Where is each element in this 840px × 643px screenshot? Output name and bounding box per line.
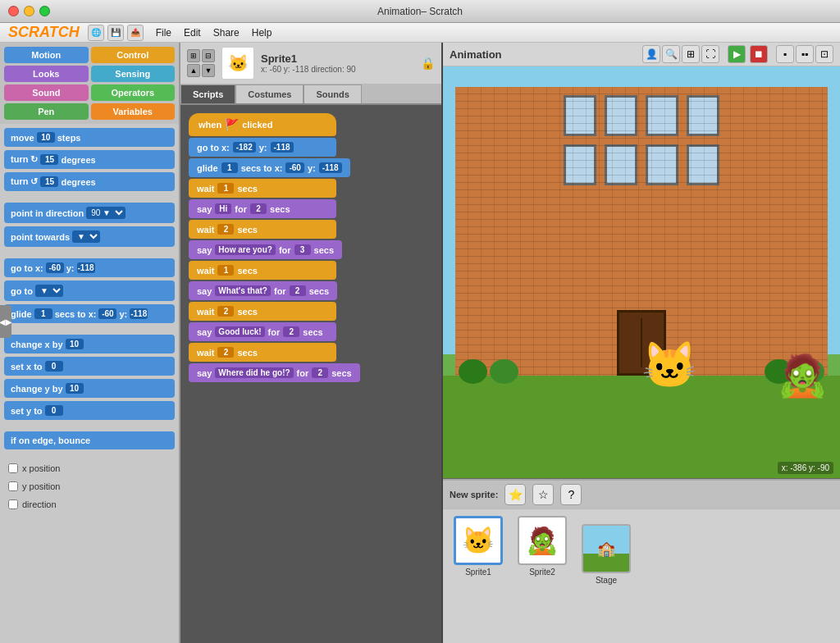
block-change-x-input[interactable] [66,339,84,349]
menu-file[interactable]: File [156,27,171,39]
stage-item[interactable]: 🏫 Stage [578,524,635,585]
sprite-ctrl-down[interactable]: ▼ [202,64,215,77]
script-block-say-luck[interactable]: say Good luck! for 2 secs [189,322,336,341]
x-position-checkbox[interactable] [8,463,18,473]
block-bounce[interactable]: if on edge, bounce [4,431,175,449]
block-glide-x-input[interactable] [98,308,116,319]
block-y-position[interactable]: y position [4,479,175,494]
category-sensing[interactable]: Sensing [91,66,176,82]
view-fullscreen-icon[interactable]: ⛶ [701,45,719,63]
tab-sounds[interactable]: Sounds [304,84,361,103]
script-block-say-how[interactable]: say How are you? for 3 secs [189,240,342,259]
lock-icon[interactable]: 🔒 [421,57,435,70]
block-turn-cw-label: turn ↻ [11,154,38,165]
category-variables[interactable]: Variables [91,103,176,120]
category-motion[interactable]: Motion [4,47,89,63]
share-icon[interactable]: 📤 [127,25,144,41]
block-direction[interactable]: direction [4,497,175,512]
block-set-y-input[interactable] [45,405,63,416]
maximize-button[interactable] [39,6,50,16]
script-block-goto-xy[interactable]: go to x: -182 y: -118 [189,138,336,157]
category-pen[interactable]: Pen [4,103,89,120]
layout-btn-3[interactable]: ⊡ [815,45,833,63]
script-block-wait5[interactable]: wait 2 secs [189,343,336,362]
sprite-ctrl-shrink[interactable]: ⊟ [202,49,215,62]
block-steps-label: steps [57,133,81,143]
block-move-steps[interactable]: move steps [4,128,175,147]
script-block-wait3[interactable]: wait 1 secs [189,261,336,280]
script-block-say-where[interactable]: say Where did he go!? for 2 secs [189,363,360,382]
block-change-x[interactable]: change x by [4,335,175,353]
menu-share[interactable]: Share [213,27,240,39]
block-change-y-input[interactable] [66,383,84,394]
script-block-wait1[interactable]: wait 1 secs [189,179,336,198]
new-sprite-paint-button[interactable]: ⭐ [504,484,526,505]
block-goto[interactable]: go to ▼ [4,280,175,301]
stop-button[interactable]: ⏹ [750,45,768,63]
block-goto-x-input[interactable] [46,262,64,273]
window-controls[interactable] [8,6,50,16]
sprite1-thumbnail[interactable]: 🐱 [454,516,503,565]
block-turn-ccw-input[interactable] [40,176,58,187]
category-control[interactable]: Control [91,47,176,63]
sb-say-what-for: for [274,286,286,296]
block-turn-cw-input[interactable] [40,154,58,165]
block-turn-cw[interactable]: turn ↻ degrees [4,150,175,169]
view-user-icon[interactable]: 👤 [642,45,660,63]
minimize-button[interactable] [24,6,34,16]
sb-say-where-for: for [297,368,309,378]
view-grid-icon[interactable]: ⊞ [682,45,700,63]
script-block-say-hi[interactable]: say Hi for 2 secs [189,199,336,218]
block-goto-y-input[interactable] [77,262,95,273]
block-point-towards[interactable]: point towards ▼ [4,226,175,247]
block-glide-y-input[interactable] [130,308,148,319]
sprite-item-2[interactable]: 🧟 Sprite2 [514,516,571,585]
script-block-wait4[interactable]: wait 2 secs [189,302,336,321]
sprite1-cat[interactable]: 🐱 [641,343,698,388]
sprite-item-1[interactable]: 🐱 Sprite1 [450,516,507,585]
menu-help[interactable]: Help [252,27,272,39]
stage-thumbnail[interactable]: 🏫 [582,524,631,573]
block-change-y[interactable]: change y by [4,379,175,398]
view-zoom-icon[interactable]: 🔍 [662,45,680,63]
block-set-y[interactable]: set y to [4,401,175,420]
save-icon[interactable]: 💾 [107,25,124,41]
block-glide-secs-input[interactable] [34,308,52,319]
script-block-hat[interactable]: when 🚩 clicked [189,113,336,136]
globe-icon[interactable]: 🌐 [88,25,104,41]
block-goto-xy[interactable]: go to x: y: [4,258,175,277]
block-set-x-input[interactable] [45,361,63,372]
layout-btn-2[interactable]: ▪▪ [796,45,814,63]
sb-say-what-val: What's that? [215,285,271,296]
sprite2-thumbnail[interactable]: 🧟 [518,516,567,565]
block-set-x[interactable]: set x to [4,357,175,376]
layout-btn-1[interactable]: ▪ [776,45,794,63]
block-move-input[interactable] [37,132,55,143]
category-looks[interactable]: Looks [4,66,89,82]
direction-checkbox[interactable] [8,499,18,509]
category-sound[interactable]: Sound [4,84,89,101]
tab-costumes[interactable]: Costumes [235,84,304,103]
block-point-direction[interactable]: point in direction 90 ▼ [4,203,175,223]
y-position-checkbox[interactable] [8,481,18,491]
menu-edit[interactable]: Edit [184,27,201,39]
block-x-position[interactable]: x position [4,461,175,476]
new-sprite-upload-button[interactable]: ? [560,484,582,505]
block-goto-dropdown[interactable]: ▼ [35,285,63,297]
scripts-arrow-tab[interactable]: ◀▶ [0,305,11,338]
script-block-glide[interactable]: glide 1 secs to x: -60 y: -118 [189,158,350,177]
new-sprite-random-button[interactable]: ☆ [532,484,554,505]
script-block-wait2[interactable]: wait 2 secs [189,220,336,239]
block-point-dir-dropdown[interactable]: 90 ▼ [86,207,126,219]
block-turn-ccw[interactable]: turn ↺ degrees [4,172,175,191]
block-glide[interactable]: glide secs to x: y: [4,304,175,323]
category-operators[interactable]: Operators [91,84,176,101]
sprite-ctrl-expand[interactable]: ⊞ [187,49,200,62]
sprite-ctrl-up[interactable]: ▲ [187,64,200,77]
sprite2-villain[interactable]: 🧟 [777,355,828,396]
block-point-towards-dropdown[interactable]: ▼ [72,230,100,243]
close-button[interactable] [8,6,19,16]
script-block-say-what[interactable]: say What's that? for 2 secs [189,281,337,300]
green-flag-button[interactable]: ▶ [728,45,746,63]
tab-scripts[interactable]: Scripts [180,84,235,103]
